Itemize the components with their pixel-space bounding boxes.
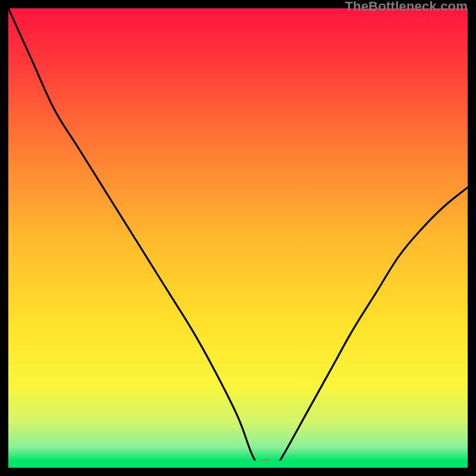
chart-frame [8, 8, 468, 468]
baseline-strip [8, 461, 468, 468]
gradient-background [8, 8, 468, 468]
bottleneck-plot [8, 8, 468, 468]
watermark-text: TheBottleneck.com [345, 0, 468, 13]
